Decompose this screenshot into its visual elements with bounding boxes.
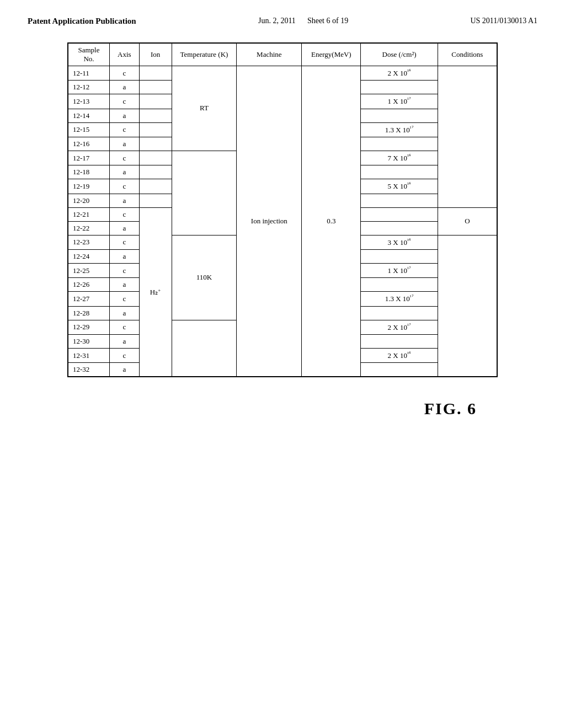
cell-dose: 1.3 X 10¹⁷ [361,292,438,306]
cell-dose [361,249,438,263]
cell-temperature: RT [172,66,237,151]
cell-sample: 12-26 [68,278,110,292]
cell-sample: 12-30 [68,334,110,348]
cell-sample: 12-25 [68,263,110,277]
cell-ion [139,109,172,122]
cell-dose [361,109,438,122]
cell-dose [361,221,438,235]
cell-axis: a [110,165,140,179]
cell-conditions [438,235,497,377]
cell-ion [139,179,172,194]
cell-dose: 2 X 10¹⁶ [361,348,438,362]
cell-temperature: 110K [172,235,237,320]
cell-axis: c [110,122,140,137]
cell-axis: a [110,278,140,292]
cell-conditions: O [438,207,497,235]
cell-sample: 12-20 [68,194,110,207]
cell-conditions [438,66,497,208]
cell-dose: 2 X 10¹⁶ [361,66,438,81]
cell-dose [361,363,438,377]
cell-ion [139,94,172,109]
header-center: Jun. 2, 2011 Sheet 6 of 19 [258,17,348,25]
cell-axis: c [110,94,140,109]
data-table: SampleNo. Axis Ion Temperature (K) Machi… [68,43,497,377]
cell-dose [361,278,438,292]
cell-sample: 12-24 [68,249,110,263]
col-header-dose: Dose (/cm²) [361,44,438,66]
cell-axis: c [110,320,140,334]
cell-sample: 12-11 [68,66,110,81]
cell-sample: 12-31 [68,348,110,362]
cell-ion [139,151,172,165]
data-table-container: SampleNo. Axis Ion Temperature (K) Machi… [67,42,498,377]
cell-sample: 12-27 [68,292,110,306]
cell-dose: 1.3 X 10¹⁷ [361,122,438,137]
cell-dose: 5 X 10¹⁶ [361,179,438,194]
col-header-temp: Temperature (K) [172,44,237,66]
header-sheet: Sheet 6 of 19 [307,17,348,25]
cell-sample: 12-12 [68,81,110,94]
figure-label: FIG. 6 [424,399,477,418]
cell-sample: 12-13 [68,94,110,109]
cell-axis: c [110,348,140,362]
main-content: SampleNo. Axis Ion Temperature (K) Machi… [0,31,565,388]
cell-sample: 12-19 [68,179,110,194]
col-header-sample: SampleNo. [68,44,110,66]
cell-axis: a [110,81,140,94]
cell-axis: a [110,306,140,320]
cell-ion: H₂+ [139,207,172,377]
cell-dose [361,165,438,179]
cell-sample: 12-22 [68,221,110,235]
cell-sample: 12-21 [68,207,110,221]
table-header-row: SampleNo. Axis Ion Temperature (K) Machi… [68,44,497,66]
col-header-energy: Energy(MeV) [302,44,361,66]
cell-ion [139,165,172,179]
table-row: 12-11cRTIon injection0.32 X 10¹⁶ [68,66,497,81]
cell-axis: a [110,221,140,235]
cell-dose: 3 X 10¹⁶ [361,235,438,249]
cell-axis: a [110,194,140,207]
cell-dose [361,194,438,207]
cell-sample: 12-16 [68,137,110,151]
cell-axis: a [110,249,140,263]
cell-ion [139,122,172,137]
col-header-axis: Axis [110,44,140,66]
cell-axis: c [110,263,140,277]
cell-axis: a [110,109,140,122]
cell-temperature [172,320,237,377]
cell-sample: 12-29 [68,320,110,334]
cell-ion [139,66,172,81]
cell-axis: c [110,207,140,221]
cell-dose [361,207,438,221]
header-date: Jun. 2, 2011 [258,17,296,25]
cell-sample: 12-15 [68,122,110,137]
cell-dose: 2 X 10¹⁷ [361,320,438,334]
cell-sample: 12-18 [68,165,110,179]
cell-axis: c [110,292,140,306]
figure-label-container: FIG. 6 [0,388,565,418]
cell-energy: 0.3 [302,66,361,377]
header-publication: Patent Application Publication [28,17,136,26]
cell-dose: 7 X 10¹⁶ [361,151,438,165]
cell-axis: c [110,179,140,194]
cell-dose: 1 X 10¹⁷ [361,94,438,109]
col-header-ion: Ion [139,44,172,66]
cell-ion [139,194,172,207]
cell-axis: c [110,66,140,81]
col-header-conditions: Conditions [438,44,497,66]
cell-sample: 12-23 [68,235,110,249]
cell-dose [361,81,438,94]
page-header: Patent Application Publication Jun. 2, 2… [0,0,565,31]
cell-sample: 12-14 [68,109,110,122]
cell-machine: Ion injection [237,66,302,377]
cell-dose [361,306,438,320]
cell-sample: 12-28 [68,306,110,320]
cell-ion [139,81,172,94]
cell-axis: a [110,363,140,377]
cell-dose [361,334,438,348]
cell-dose [361,137,438,151]
cell-axis: c [110,151,140,165]
cell-dose: 1 X 10¹⁷ [361,263,438,277]
cell-sample: 12-17 [68,151,110,165]
cell-sample: 12-32 [68,363,110,377]
